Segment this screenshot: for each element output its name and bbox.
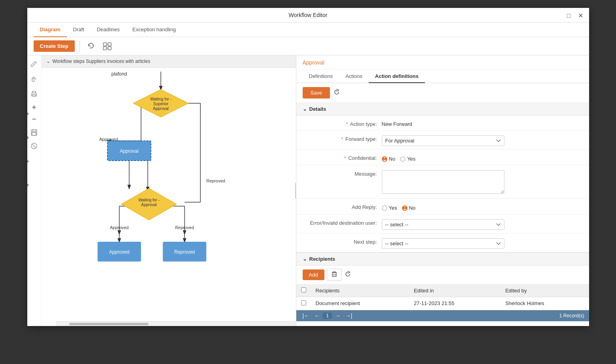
collapse-panel-button[interactable]: ‹ bbox=[295, 183, 296, 199]
table-row: Document recipient 27-11-2023 21:55 Sher… bbox=[296, 297, 589, 310]
svg-text:Approval: Approval bbox=[119, 148, 138, 154]
edge-add-1[interactable]: + bbox=[27, 111, 30, 117]
tab-exception-handling[interactable]: Exception handling bbox=[126, 23, 182, 37]
tab-action-definitions[interactable]: Action definitions bbox=[369, 70, 425, 83]
svg-text:Superior: Superior bbox=[153, 102, 168, 106]
right-tabs: Definitions Actions Action definitions bbox=[296, 70, 589, 83]
edge-add-4[interactable]: + bbox=[27, 182, 30, 188]
last-page-button[interactable]: →| bbox=[344, 313, 354, 319]
svg-rect-0 bbox=[103, 43, 106, 46]
add-recipient-button[interactable]: Add bbox=[303, 269, 324, 280]
main-content: + − bbox=[27, 55, 589, 326]
confidential-radio-group: No Yes bbox=[382, 154, 583, 162]
horizontal-scrollbar[interactable] bbox=[56, 321, 296, 326]
confidential-no-option[interactable]: No bbox=[382, 156, 396, 162]
svg-line-12 bbox=[32, 144, 36, 148]
message-label: Message: bbox=[303, 169, 382, 177]
svg-text:Waiting for -: Waiting for - bbox=[150, 97, 171, 101]
svg-text:Reproved: Reproved bbox=[206, 178, 225, 183]
delete-recipient-button[interactable] bbox=[327, 269, 342, 281]
action-type-row: * Action type: New Forward bbox=[296, 116, 589, 131]
svg-rect-1 bbox=[108, 43, 111, 46]
svg-rect-10 bbox=[32, 133, 36, 135]
confidential-label: * Confidential: bbox=[303, 153, 382, 161]
next-step-label: Next step: bbox=[303, 237, 382, 245]
save-icon[interactable] bbox=[29, 127, 39, 138]
toolbar-separator bbox=[80, 41, 80, 52]
next-step-row: Next step: -- select -- bbox=[296, 233, 589, 252]
add-reply-no-dot bbox=[402, 205, 408, 211]
add-reply-no-option[interactable]: No bbox=[402, 205, 416, 211]
edited-in-cell: 27-11-2023 21:55 bbox=[409, 297, 500, 310]
table-header-row: Recipients Edited in Edited by bbox=[296, 284, 589, 297]
collapse-icon[interactable]: ⌄ bbox=[46, 59, 50, 64]
tab-definitions[interactable]: Definitions bbox=[303, 70, 339, 83]
block-icon[interactable] bbox=[27, 142, 41, 152]
select-all-checkbox[interactable] bbox=[301, 287, 306, 292]
forward-type-select[interactable]: For Approval For Review For Information bbox=[382, 135, 504, 146]
error-dest-row: Error/Invalid destination user: -- selec… bbox=[296, 214, 589, 233]
modal-header: Workflow Editor □ ✕ bbox=[27, 8, 589, 23]
tab-diagram[interactable]: Diagram bbox=[34, 23, 67, 37]
workflow-editor-modal: Workflow Editor □ ✕ Diagram Draft Deadli… bbox=[27, 8, 589, 326]
message-row: Message: bbox=[296, 165, 589, 199]
error-dest-value: -- select -- bbox=[382, 218, 583, 230]
svg-rect-7 bbox=[32, 95, 36, 96]
recipients-table: Recipients Edited in Edited by Document … bbox=[296, 284, 589, 310]
undo-button[interactable] bbox=[85, 42, 97, 51]
page-navigation: |← ← 1 → →| bbox=[301, 313, 354, 319]
add-reply-value: Yes No bbox=[382, 202, 583, 211]
message-textarea[interactable] bbox=[382, 170, 504, 194]
recipients-label: Recipients bbox=[309, 256, 335, 262]
right-panel: Approval Definitions Actions Action defi… bbox=[296, 55, 589, 326]
layout-button[interactable] bbox=[100, 42, 114, 51]
refresh-button[interactable] bbox=[333, 89, 340, 97]
error-dest-select[interactable]: -- select -- bbox=[382, 219, 504, 230]
tab-draft[interactable]: Draft bbox=[67, 23, 91, 37]
error-dest-label: Error/Invalid destination user: bbox=[303, 218, 382, 226]
confidential-yes-dot bbox=[400, 156, 406, 162]
next-page-button[interactable]: → bbox=[334, 313, 342, 319]
print-icon[interactable] bbox=[29, 89, 39, 99]
refresh-recipients-button[interactable] bbox=[344, 271, 351, 279]
recipient-cell: Document recipient bbox=[311, 297, 409, 310]
right-panel-header: Approval bbox=[296, 55, 589, 70]
next-step-select[interactable]: -- select -- bbox=[382, 238, 504, 249]
edge-add-2[interactable]: + bbox=[27, 135, 30, 140]
create-step-button[interactable]: Create Step bbox=[34, 40, 75, 52]
tab-deadlines[interactable]: Deadlines bbox=[91, 23, 126, 37]
add-reply-yes-option[interactable]: Yes bbox=[382, 205, 397, 211]
recipients-collapse-icon[interactable]: ⌄ bbox=[303, 256, 307, 262]
svg-text:Approved: Approved bbox=[109, 249, 129, 255]
action-type-value: New Forward bbox=[382, 119, 583, 127]
minimize-button[interactable]: □ bbox=[565, 11, 573, 20]
diagram-area[interactable]: ‹ ⌄ Workflow steps Suppliers invoices wi… bbox=[42, 55, 296, 326]
hand-icon[interactable] bbox=[29, 74, 39, 84]
row-checkbox[interactable] bbox=[301, 300, 306, 305]
close-button[interactable]: ✕ bbox=[576, 11, 585, 20]
confidential-no-dot bbox=[382, 156, 387, 162]
left-sidebar: + − bbox=[27, 55, 42, 326]
save-button[interactable]: Save bbox=[303, 87, 330, 99]
diagram-svg: plafond Waiting for - Superior Approval … bbox=[42, 68, 296, 325]
svg-text:Waiting for -: Waiting for - bbox=[138, 198, 159, 202]
first-page-button[interactable]: |← bbox=[301, 313, 311, 319]
svg-text:Approval: Approval bbox=[141, 203, 156, 207]
details-label: Details bbox=[309, 106, 326, 112]
pencil-icon[interactable] bbox=[29, 59, 39, 69]
confidential-yes-option[interactable]: Yes bbox=[400, 156, 415, 162]
left-panel: + − bbox=[27, 55, 296, 326]
records-count: 1 Record(s) bbox=[559, 313, 584, 318]
message-value bbox=[382, 169, 583, 195]
zoom-in-icon[interactable]: + bbox=[27, 104, 41, 111]
workflow-title: Workflow steps Suppliers invoices with a… bbox=[53, 59, 150, 64]
tab-actions[interactable]: Actions bbox=[339, 70, 369, 83]
details-collapse-icon[interactable]: ⌄ bbox=[303, 106, 307, 112]
svg-rect-46 bbox=[332, 273, 336, 277]
edge-add-3[interactable]: + bbox=[27, 158, 30, 164]
add-reply-yes-dot bbox=[382, 205, 387, 211]
prev-page-button[interactable]: ← bbox=[313, 313, 321, 319]
scrollbar-thumb bbox=[69, 323, 148, 325]
add-reply-radio-group: Yes No bbox=[382, 203, 583, 211]
main-toolbar: Create Step bbox=[27, 37, 589, 55]
